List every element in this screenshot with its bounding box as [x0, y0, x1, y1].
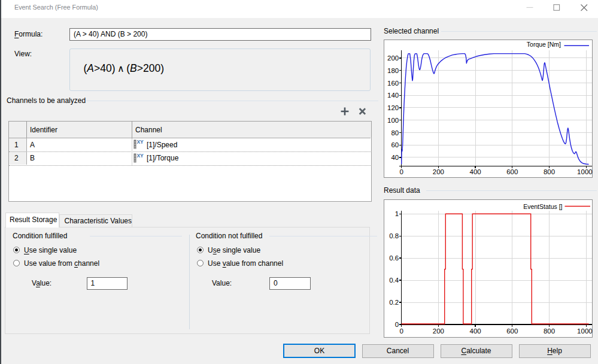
svg-text:EventStatus []: EventStatus [] — [523, 203, 562, 210]
svg-text:60: 60 — [391, 141, 399, 148]
svg-text:0.8: 0.8 — [389, 232, 399, 239]
svg-text:Torque [Nm]: Torque [Nm] — [526, 41, 560, 48]
svg-text:0: 0 — [399, 168, 403, 175]
svg-text:XY: XY — [136, 153, 144, 159]
svg-text:140: 140 — [387, 92, 399, 99]
svg-text:1000: 1000 — [577, 327, 593, 335]
svg-text:0.6: 0.6 — [389, 254, 399, 262]
svg-text:40: 40 — [391, 154, 399, 161]
svg-text:0: 0 — [394, 321, 398, 328]
svg-text:1: 1 — [394, 210, 398, 217]
svg-text:600: 600 — [506, 327, 518, 335]
svg-text:1000: 1000 — [577, 168, 593, 175]
svg-text:160: 160 — [387, 80, 399, 87]
svg-text:200: 200 — [432, 327, 444, 335]
svg-text:400: 400 — [469, 327, 481, 335]
svg-text:800: 800 — [543, 327, 554, 335]
svg-text:600: 600 — [506, 168, 518, 175]
svg-text:200: 200 — [387, 54, 399, 62]
svg-text:100: 100 — [387, 117, 399, 124]
svg-text:0: 0 — [399, 327, 403, 335]
svg-text:0.4: 0.4 — [389, 277, 399, 284]
svg-text:200: 200 — [432, 168, 444, 175]
svg-text:800: 800 — [543, 168, 554, 175]
svg-text:400: 400 — [469, 168, 481, 175]
svg-text:0.2: 0.2 — [389, 299, 399, 306]
svg-text:80: 80 — [391, 129, 399, 136]
svg-text:120: 120 — [387, 104, 399, 111]
svg-text:180: 180 — [387, 67, 399, 74]
svg-text:XY: XY — [136, 139, 144, 145]
